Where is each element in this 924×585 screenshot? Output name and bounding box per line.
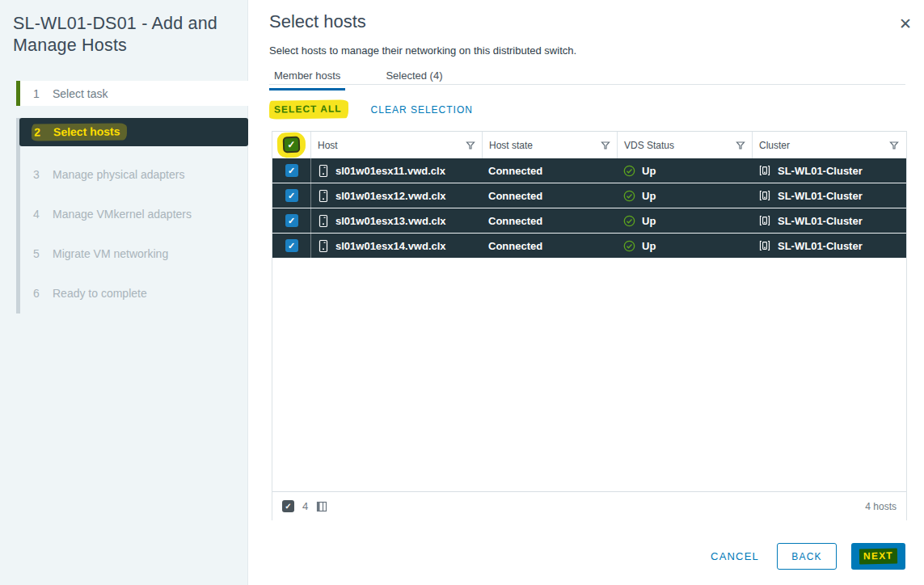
step-number: 5 (32, 247, 40, 260)
table-footer: ✓ 4 4 hosts (272, 491, 906, 520)
table-row[interactable]: ✓ sl01w01esx13.vwd.clx Connected Up SL-W… (272, 208, 906, 234)
row-checkbox[interactable]: ✓ (285, 164, 298, 177)
step-label: Manage VMkernel adapters (53, 208, 192, 221)
vds-status-cell: Up (617, 183, 752, 208)
status-up-icon (623, 215, 635, 227)
cluster-icon (758, 239, 771, 252)
close-icon[interactable]: ✕ (899, 16, 912, 32)
select-all-checkbox[interactable]: ✓ (283, 137, 301, 154)
sidebar-step-manage-vmkernel-adapters: 4 Manage VMkernel adapters (20, 201, 248, 226)
back-button[interactable]: BACK (777, 543, 837, 570)
filter-icon[interactable] (466, 141, 475, 150)
host-icon (318, 214, 329, 228)
table-row[interactable]: ✓ sl01w01esx14.vwd.clx Connected Up SL-W… (272, 234, 906, 259)
table-header-row: ✓ Host Host state VDS Status Cluster (272, 131, 906, 158)
page-title: Select hosts (269, 11, 366, 32)
vds-status-cell: Up (617, 158, 752, 183)
column-header-host-state[interactable]: Host state (482, 132, 617, 158)
hosts-table: ✓ Host Host state VDS Status Cluster (272, 131, 907, 520)
host-cell: sl01w01esx14.vwd.clx (310, 234, 482, 258)
filter-icon[interactable] (889, 141, 899, 150)
sidebar-step-migrate-vm-networking: 5 Migrate VM networking (20, 241, 248, 266)
wizard-main-panel: ✕ Select hosts Select hosts to manage th… (248, 0, 924, 585)
step-number: 6 (32, 287, 40, 300)
host-icon (318, 189, 329, 203)
host-cell: sl01w01esx11.vwd.clx (310, 158, 482, 183)
step-label: Select hosts (53, 124, 120, 138)
total-hosts-label: 4 hosts (865, 501, 897, 512)
cluster-icon (758, 189, 771, 202)
host-state-cell: Connected (482, 208, 617, 233)
wizard-sidebar: SL-WL01-DS01 - Add and Manage Hosts 1 Se… (0, 0, 248, 585)
sidebar-step-ready-to-complete: 6 Ready to complete (20, 280, 248, 305)
host-state-cell: Connected (482, 234, 617, 258)
cluster-icon (758, 214, 771, 227)
row-checkbox[interactable]: ✓ (285, 239, 298, 252)
column-header-host[interactable]: Host (310, 132, 482, 158)
host-icon (318, 239, 329, 253)
cluster-cell: SL-WL01-Cluster (752, 234, 905, 258)
clear-selection-button[interactable]: CLEAR SELECTION (371, 104, 473, 116)
page-subtitle: Select hosts to manage their networking … (269, 44, 576, 57)
step-number: 3 (32, 168, 40, 181)
header-checkbox-cell: ✓ (272, 132, 310, 158)
selected-rows-indicator-icon[interactable]: ✓ (282, 500, 294, 512)
column-settings-icon[interactable] (316, 501, 327, 512)
table-empty-area (272, 259, 906, 491)
step-number: 4 (32, 208, 40, 221)
cluster-icon (758, 164, 771, 177)
row-checkbox-cell: ✓ (272, 183, 310, 208)
next-button-label: NEXT (859, 549, 897, 565)
wizard-title: SL-WL01-DS01 - Add and Manage Hosts (13, 13, 238, 57)
tab-selected[interactable]: Selected (4) (381, 68, 447, 90)
status-up-icon (623, 165, 635, 177)
step-label: Migrate VM networking (53, 247, 168, 260)
tab-divider (269, 84, 905, 85)
sidebar-step-manage-physical-adapters: 3 Manage physical adapters (20, 162, 248, 187)
step-highlight: 2 Select hosts (32, 123, 128, 141)
host-state-cell: Connected (482, 183, 617, 208)
table-row[interactable]: ✓ sl01w01esx11.vwd.clx Connected Up SL-W… (272, 158, 906, 183)
filter-icon[interactable] (601, 141, 610, 150)
status-up-icon (623, 240, 635, 252)
cluster-cell: SL-WL01-Cluster (752, 208, 905, 233)
row-checkbox-cell: ✓ (272, 234, 310, 258)
cluster-cell: SL-WL01-Cluster (752, 183, 905, 208)
tab-bar: Member hosts Selected (4) (269, 68, 447, 90)
host-cell: sl01w01esx12.vwd.clx (310, 183, 482, 208)
selected-rows-count: 4 (302, 500, 308, 512)
column-header-vds-status[interactable]: VDS Status (617, 132, 752, 158)
row-checkbox[interactable]: ✓ (285, 214, 298, 227)
status-up-icon (623, 190, 635, 202)
selection-actions: SELECT ALL CLEAR SELECTION (269, 100, 473, 119)
vds-status-cell: Up (617, 234, 752, 258)
add-manage-hosts-wizard: SL-WL01-DS01 - Add and Manage Hosts 1 Se… (0, 0, 924, 585)
select-all-button[interactable]: SELECT ALL (269, 99, 348, 119)
host-cell: sl01w01esx13.vwd.clx (310, 208, 482, 233)
row-checkbox-cell: ✓ (272, 158, 310, 183)
row-checkbox[interactable]: ✓ (285, 189, 298, 202)
filter-icon[interactable] (736, 141, 745, 150)
checkbox-highlight: ✓ (276, 132, 306, 158)
row-checkbox-cell: ✓ (272, 208, 310, 233)
cluster-cell: SL-WL01-Cluster (752, 158, 905, 183)
next-button[interactable]: NEXT (851, 543, 905, 570)
vds-status-cell: Up (617, 208, 752, 233)
sidebar-step-select-task[interactable]: 1 Select task (20, 81, 248, 106)
host-icon (318, 164, 329, 178)
step-label: Manage physical adapters (53, 168, 184, 181)
step-label: Ready to complete (53, 287, 147, 300)
step-number: 1 (32, 87, 40, 100)
step-label: Select task (53, 87, 108, 100)
tab-member-hosts[interactable]: Member hosts (269, 68, 345, 90)
table-row[interactable]: ✓ sl01w01esx12.vwd.clx Connected Up SL-W… (272, 183, 906, 208)
wizard-button-bar: CANCEL BACK NEXT (707, 543, 905, 570)
column-header-cluster[interactable]: Cluster (752, 132, 905, 158)
sidebar-step-select-hosts[interactable]: 2 Select hosts (19, 118, 248, 146)
cancel-button[interactable]: CANCEL (707, 544, 762, 569)
host-state-cell: Connected (482, 158, 617, 183)
step-number: 2 (33, 125, 41, 138)
